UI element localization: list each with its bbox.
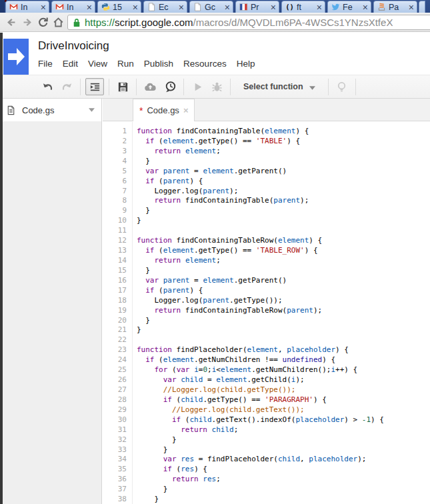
- code-line[interactable]: 35 if (res) {: [103, 465, 430, 475]
- select-function-dropdown[interactable]: Select function: [235, 78, 323, 95]
- code-line[interactable]: 21}: [103, 325, 430, 335]
- browser-tab[interactable]: Ec×: [143, 1, 187, 13]
- code-line[interactable]: 13 if (element.getType() == 'TABLE_ROW')…: [103, 246, 430, 256]
- forward-button[interactable]: [20, 15, 35, 29]
- code-line[interactable]: 4 }: [103, 157, 430, 167]
- code-line[interactable]: 1function findContainingTable(element) {: [103, 127, 430, 137]
- tab-close-icon[interactable]: ×: [179, 3, 184, 11]
- debug-button[interactable]: [208, 78, 225, 95]
- code-line[interactable]: 24 if (element.getNumChildren !== undefi…: [103, 355, 430, 365]
- tab-close-icon[interactable]: ×: [183, 105, 189, 115]
- flag-icon: [239, 3, 248, 11]
- tab-close-icon[interactable]: ×: [409, 3, 414, 11]
- browser-tab-partial[interactable]: [419, 1, 425, 13]
- run-icon: [191, 81, 204, 93]
- code-line[interactable]: 12function findContainingTableRow(elemen…: [103, 236, 430, 246]
- code-line[interactable]: 11: [103, 226, 430, 236]
- menu-edit[interactable]: Edit: [63, 59, 78, 69]
- menu-resources[interactable]: Resources: [183, 59, 227, 69]
- project-history-button[interactable]: [161, 78, 179, 95]
- tab-close-icon[interactable]: ×: [87, 3, 92, 11]
- code-line[interactable]: 20 }: [103, 316, 430, 326]
- tab-close-icon[interactable]: ×: [271, 3, 276, 11]
- line-number: 4: [103, 157, 127, 167]
- code-line[interactable]: 8 return findContainingTable(parent);: [103, 196, 430, 206]
- code-line[interactable]: 5 var parent = element.getParent(): [103, 167, 430, 177]
- editor-tab-bar: * Code.gs ×: [103, 99, 430, 121]
- browser-tab[interactable]: 15×: [97, 1, 141, 13]
- code-line[interactable]: 15 }: [103, 266, 430, 276]
- redo-button[interactable]: [58, 78, 75, 95]
- browser-tab[interactable]: Pa×: [373, 1, 417, 13]
- tab-close-icon[interactable]: ×: [363, 3, 368, 11]
- browser-tab[interactable]: In×: [5, 1, 49, 13]
- save-icon: [117, 81, 129, 93]
- deploy-button[interactable]: [141, 78, 159, 95]
- menu-publish[interactable]: Publish: [144, 59, 173, 69]
- sidebar-item-codegs[interactable]: Code.gs: [0, 99, 101, 121]
- code-line[interactable]: 6 if (parent) {: [103, 177, 430, 187]
- tab-close-icon[interactable]: ×: [317, 3, 322, 11]
- menu-file[interactable]: File: [38, 59, 53, 69]
- browser-tab[interactable]: In×: [51, 1, 95, 13]
- reload-button[interactable]: [35, 15, 50, 29]
- browser-tab[interactable]: Gc×: [189, 1, 233, 13]
- hints-button[interactable]: [333, 78, 351, 95]
- browser-tab-title: In: [21, 3, 38, 12]
- tab-close-icon[interactable]: ×: [225, 3, 230, 11]
- code-line[interactable]: 33 }: [103, 445, 430, 455]
- menu-help[interactable]: Help: [237, 59, 255, 69]
- code-text: }: [137, 445, 167, 454]
- file-menu-caret-icon[interactable]: [89, 108, 95, 112]
- browser-tab[interactable]: ()ft×: [281, 1, 325, 13]
- code-line[interactable]: 23function findPlaceholder(element, plac…: [103, 345, 430, 355]
- line-number: 23: [103, 345, 127, 355]
- code-line[interactable]: 19 return findContainingTableRow(parent)…: [103, 306, 430, 316]
- code-line[interactable]: 30 if (child.getText().indexOf(placehold…: [103, 415, 430, 425]
- save-button[interactable]: [114, 78, 131, 95]
- undo-button[interactable]: [39, 78, 56, 95]
- twitter-icon: [331, 3, 340, 11]
- code-line[interactable]: 26 var child = element.getChild(i);: [103, 375, 430, 385]
- code-line[interactable]: 3 return element;: [103, 147, 430, 157]
- code-line[interactable]: 28 if (child.getType() == 'PARAGRAPH') {: [103, 395, 430, 405]
- code-line[interactable]: 31 return child;: [103, 425, 430, 435]
- run-button[interactable]: [189, 78, 206, 95]
- address-bar[interactable]: https://script.google.com/macros/d/MQVDL…: [67, 15, 430, 30]
- menu-run[interactable]: Run: [117, 59, 134, 69]
- code-line[interactable]: 38 }: [103, 495, 430, 504]
- code-text: }: [137, 216, 141, 225]
- code-line[interactable]: 10}: [103, 216, 430, 226]
- code-line[interactable]: 9 }: [103, 206, 430, 216]
- code-line[interactable]: 16 var parent = element.getParent(): [103, 276, 430, 286]
- line-number: 37: [103, 485, 127, 495]
- back-button[interactable]: [3, 15, 18, 29]
- home-button[interactable]: [51, 15, 65, 29]
- indent-button[interactable]: [85, 78, 104, 95]
- code-line[interactable]: 17 if (parent) {: [103, 286, 430, 296]
- file-name: Code.gs: [22, 105, 89, 115]
- tab-close-icon[interactable]: ×: [41, 3, 46, 11]
- menu-view[interactable]: View: [88, 59, 107, 69]
- code-line[interactable]: 27 //Logger.log(child.getType());: [103, 385, 430, 395]
- code-line[interactable]: 25 for (var i=0;i<element.getNumChildren…: [103, 365, 430, 375]
- code-text: }: [137, 325, 141, 334]
- code-line[interactable]: 14 return element;: [103, 256, 430, 266]
- line-number: 20: [103, 316, 127, 326]
- code-line[interactable]: 29 //Logger.log(child.getText());: [103, 405, 430, 415]
- code-area[interactable]: 1function findContainingTable(element) {…: [103, 122, 430, 504]
- code-line[interactable]: 7 Logger.log(parent);: [103, 187, 430, 197]
- line-number: 28: [103, 395, 127, 405]
- code-line[interactable]: 36 return res;: [103, 475, 430, 485]
- browser-tab[interactable]: Pr×: [235, 1, 279, 13]
- editor-tab-codegs[interactable]: * Code.gs ×: [133, 99, 195, 121]
- code-line[interactable]: 18 Logger.log(parent.getType());: [103, 296, 430, 306]
- code-line[interactable]: 37 }: [103, 485, 430, 495]
- code-line[interactable]: 34 var res = findPlaceholder(child, plac…: [103, 455, 430, 465]
- code-line[interactable]: 32 }: [103, 435, 430, 445]
- tab-close-icon[interactable]: ×: [133, 3, 138, 11]
- line-number: 31: [103, 425, 127, 435]
- code-line[interactable]: 2 if (element.getType() == 'TABLE') {: [103, 137, 430, 147]
- code-line[interactable]: 22: [103, 335, 430, 345]
- browser-tab[interactable]: Fe×: [327, 1, 371, 13]
